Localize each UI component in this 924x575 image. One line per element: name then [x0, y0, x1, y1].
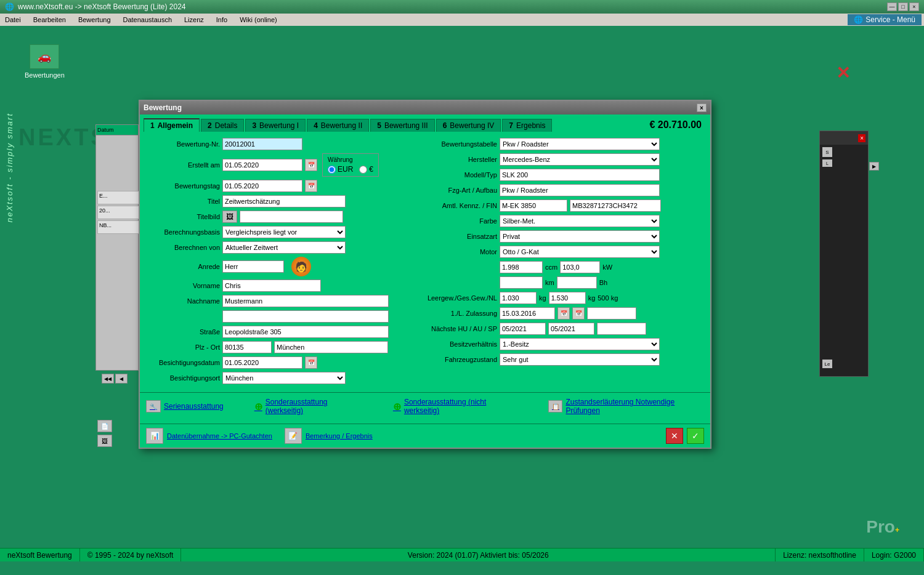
- bewertung-nr-input[interactable]: [222, 138, 302, 150]
- einsatzart-label: Einsatzart: [417, 233, 497, 240]
- window-controls[interactable]: — □ ×: [887, 2, 919, 11]
- minimize-button[interactable]: —: [887, 2, 897, 11]
- bewertungstabelle-select[interactable]: Pkw / Roadster: [500, 138, 660, 150]
- menu-datenaustausch[interactable]: Datenaustausch: [121, 15, 175, 25]
- pdf-icon-button[interactable]: 📄: [97, 420, 112, 432]
- zulassung-calendar-1[interactable]: 📅: [557, 307, 570, 320]
- leergew-input[interactable]: [500, 292, 537, 304]
- image-icon-button[interactable]: 🖼: [97, 435, 112, 447]
- close-button[interactable]: ×: [909, 2, 919, 11]
- menu-bewertung[interactable]: Bewertung: [76, 15, 113, 25]
- bewertungstag-label: Bewertungstag: [146, 182, 220, 190]
- menu-bearbeiten[interactable]: Bearbeiten: [31, 15, 68, 25]
- bh-input[interactable]: [557, 276, 597, 289]
- bewertungstag-input[interactable]: [222, 180, 302, 192]
- service-menu-button[interactable]: 🌐 Service - Menü: [848, 14, 922, 25]
- plus-icon-2: ⊕: [393, 401, 401, 412]
- erstellt-am-input[interactable]: [222, 159, 302, 171]
- zustandserlaeuterung-link[interactable]: 📋 Zustandserläuterung Notwendige Prüfung…: [548, 398, 704, 415]
- nav-prev-button[interactable]: ◀: [115, 374, 128, 384]
- zulassung-calendar-2[interactable]: 📅: [572, 307, 585, 320]
- besitzverhaeltnis-select[interactable]: 1.-Besitz: [500, 338, 660, 350]
- serienausstattung-label: Serienausstattung: [164, 402, 224, 411]
- modell-typ-input[interactable]: [500, 169, 660, 181]
- au-input[interactable]: [548, 323, 594, 335]
- besichtigungsdatum-input[interactable]: [222, 356, 302, 369]
- berechnen-von-select[interactable]: Aktueller Zeitwert: [222, 241, 346, 254]
- menu-datei[interactable]: Datei: [2, 15, 23, 25]
- cancel-button[interactable]: ✕: [666, 428, 683, 444]
- amtl-kennz-input[interactable]: [500, 199, 567, 212]
- km-input[interactable]: [500, 276, 543, 289]
- menu-lizenz[interactable]: Lizenz: [182, 15, 206, 25]
- nachname-label: Nachname: [146, 297, 220, 305]
- farbe-select[interactable]: Silber-Met.: [500, 215, 660, 227]
- titel-input[interactable]: [222, 195, 346, 207]
- menu-info[interactable]: Info: [214, 15, 230, 25]
- nav-first-button[interactable]: ◀◀: [102, 374, 114, 384]
- fzg-art-input[interactable]: [500, 184, 660, 196]
- besichtigungsdatum-calendar[interactable]: 📅: [305, 356, 317, 369]
- titelbild-input[interactable]: [240, 211, 343, 223]
- einsatzart-select[interactable]: Privat: [500, 230, 660, 243]
- tab-bewertung-2[interactable]: 4 Bewertung II: [307, 119, 369, 132]
- globe-icon: 🌐: [5, 2, 14, 11]
- secondary-icon-3: Le: [822, 360, 832, 368]
- km-label: km: [545, 279, 554, 286]
- bottom-links: 🔧 Serienausstattung ⊕ Sonderausstattung …: [140, 392, 710, 424]
- price-display: € 20.710.00: [644, 117, 707, 133]
- serienausstattung-link[interactable]: 🔧 Serienausstattung: [146, 400, 224, 412]
- maximize-button[interactable]: □: [898, 2, 908, 11]
- zulassung-label: 1./L. Zulassung: [417, 310, 497, 317]
- hersteller-select[interactable]: Mercedes-Benz: [500, 153, 660, 166]
- tab-bewertung-3[interactable]: 5 Bewertung III: [370, 119, 434, 132]
- extra-field-input[interactable]: [222, 310, 389, 323]
- fahrzeugzustand-select[interactable]: Sehr gut: [500, 353, 660, 366]
- besichtigungsort-select[interactable]: München: [222, 372, 346, 384]
- strasse-label: Straße: [146, 328, 220, 336]
- bemerkung-action[interactable]: 📝 Bemerkung / Ergebnis: [285, 428, 373, 444]
- ort-input[interactable]: [274, 341, 388, 353]
- berechnungsbasis-select[interactable]: Vergleichspreis liegt vor: [222, 226, 346, 238]
- main-close-button[interactable]: ✕: [836, 63, 850, 83]
- strasse-input[interactable]: [222, 326, 389, 338]
- serienausstattung-icon: 🔧: [146, 400, 161, 412]
- fin-input[interactable]: [570, 199, 661, 212]
- tab-details[interactable]: 2 Details: [201, 119, 244, 132]
- titelbild-icon-btn[interactable]: 🖼: [222, 211, 237, 223]
- ccm-input[interactable]: [500, 261, 543, 273]
- amtl-kennz-label: Amtl. Kennz. / FIN: [417, 202, 497, 209]
- gesgew-input[interactable]: [549, 292, 586, 304]
- erstellt-am-label: Erstellt am: [146, 161, 220, 169]
- bewertungstag-calendar[interactable]: 📅: [305, 180, 317, 192]
- plz-input[interactable]: [222, 341, 272, 353]
- sp-input[interactable]: [597, 323, 646, 335]
- secondary-close[interactable]: ×: [858, 134, 865, 142]
- erstellt-am-calendar[interactable]: 📅: [305, 159, 317, 171]
- bh-label: Bh: [599, 279, 607, 286]
- euro-radio[interactable]: [359, 166, 367, 174]
- vorname-input[interactable]: [222, 279, 321, 292]
- extra-field-row: [146, 310, 405, 323]
- scroll-right-2[interactable]: ▶: [869, 162, 879, 171]
- menu-wiki[interactable]: Wiki (online): [237, 15, 280, 25]
- zulassung-extra-input[interactable]: [587, 307, 636, 320]
- tab-allgemein[interactable]: 1 Allgemein: [144, 118, 200, 132]
- tab-ergebnis[interactable]: 7 Ergebnis: [502, 119, 552, 132]
- kw-input[interactable]: [560, 261, 600, 273]
- sonderausstattung-nw-link[interactable]: ⊕ Sonderausstattung (nicht werkseitig): [393, 398, 518, 415]
- tab-bewertung-1[interactable]: 3 Bewertung I: [245, 119, 306, 132]
- hu-input[interactable]: [500, 323, 546, 335]
- eur-radio[interactable]: [328, 166, 336, 174]
- motor-select[interactable]: Otto / G-Kat: [500, 246, 660, 258]
- dialog-close-button[interactable]: ×: [697, 103, 707, 112]
- secondary-icon-1: S: [822, 147, 832, 157]
- zulassung-input[interactable]: [500, 307, 555, 320]
- sonderausstattung-w-link[interactable]: ⊕ Sonderausstattung (werkseitig): [254, 398, 362, 415]
- anrede-input[interactable]: [222, 260, 284, 273]
- nachname-input[interactable]: [222, 295, 389, 307]
- fzg-art-row: Fzg-Art / Aufbau: [417, 184, 704, 196]
- ok-button[interactable]: ✓: [687, 428, 704, 444]
- datenubernahme-action[interactable]: 📊 Datenübernahme -> PC-Gutachten: [146, 428, 272, 444]
- tab-bewertung-4[interactable]: 6 Bewertung IV: [436, 119, 501, 132]
